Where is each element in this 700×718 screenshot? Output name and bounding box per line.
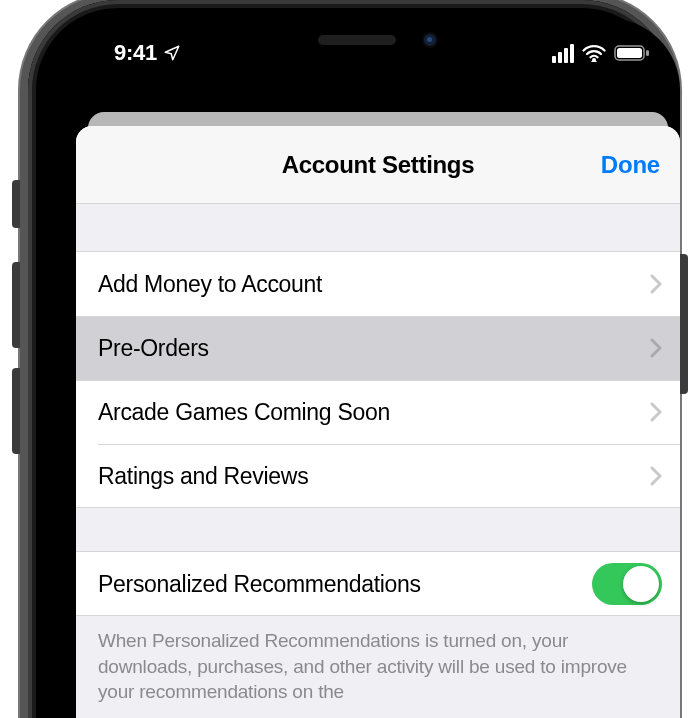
chevron-right-icon — [650, 466, 662, 486]
ratings-reviews-row[interactable]: Ratings and Reviews — [76, 444, 680, 508]
status-time: 9:41 — [114, 40, 157, 66]
recommendations-footer-text: When Personalized Recommendations is tur… — [76, 616, 680, 705]
battery-icon — [614, 44, 650, 62]
chevron-right-icon — [650, 402, 662, 422]
wifi-icon — [582, 44, 606, 62]
speaker-grille — [318, 35, 396, 45]
svg-rect-3 — [646, 50, 649, 56]
page-title: Account Settings — [282, 151, 475, 179]
front-camera — [422, 32, 438, 48]
recommendations-toggle[interactable] — [592, 563, 662, 605]
phone-frame: 9:41 Account Settings — [28, 0, 672, 718]
chevron-right-icon — [650, 274, 662, 294]
settings-content: Add Money to Account Pre-Orders Arcade G… — [76, 204, 680, 705]
mute-switch — [12, 180, 20, 228]
row-label: Ratings and Reviews — [98, 463, 308, 490]
row-label: Arcade Games Coming Soon — [98, 399, 390, 426]
row-label: Pre-Orders — [98, 335, 209, 362]
power-button — [680, 254, 688, 394]
svg-point-0 — [592, 58, 596, 62]
add-money-row[interactable]: Add Money to Account — [76, 252, 680, 316]
pre-orders-row[interactable]: Pre-Orders — [76, 316, 680, 380]
location-icon — [163, 44, 181, 62]
volume-down-button — [12, 368, 20, 454]
row-label: Personalized Recommendations — [98, 571, 421, 598]
row-label: Add Money to Account — [98, 271, 322, 298]
modal-sheet: Account Settings Done Add Money to Accou… — [76, 126, 680, 718]
nav-header: Account Settings Done — [76, 126, 680, 204]
volume-up-button — [12, 262, 20, 348]
recommendations-section: Personalized Recommendations — [76, 552, 680, 616]
phone-screen: 9:41 Account Settings — [76, 18, 680, 718]
svg-rect-2 — [617, 48, 642, 58]
personalized-recommendations-row: Personalized Recommendations — [76, 552, 680, 616]
cellular-signal-icon — [552, 44, 574, 63]
chevron-right-icon — [650, 338, 662, 358]
account-list-section: Add Money to Account Pre-Orders Arcade G… — [76, 252, 680, 508]
section-spacer — [76, 508, 680, 552]
section-spacer — [76, 204, 680, 252]
notch — [238, 18, 518, 62]
done-button[interactable]: Done — [601, 151, 660, 179]
arcade-games-row[interactable]: Arcade Games Coming Soon — [76, 380, 680, 444]
